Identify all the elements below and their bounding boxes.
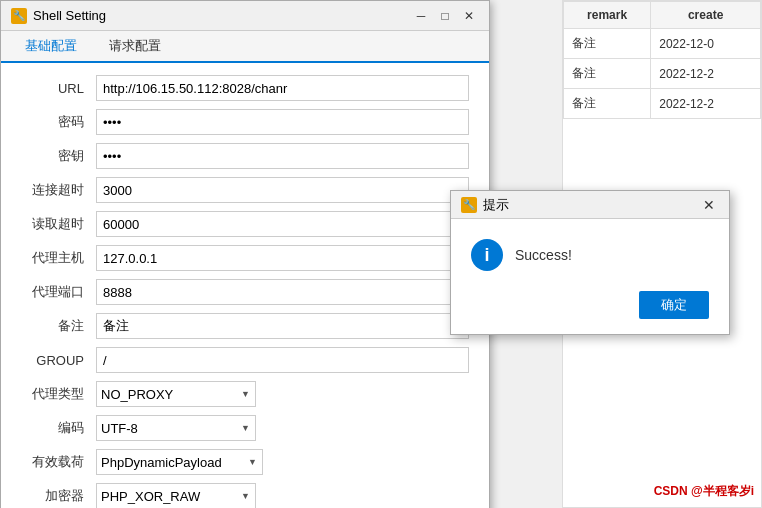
dialog-close-button[interactable]: ✕: [699, 195, 719, 215]
success-message: Success!: [515, 247, 572, 263]
dialog-title: 提示: [483, 196, 509, 214]
confirm-button[interactable]: 确定: [639, 291, 709, 319]
dialog-footer: 确定: [451, 281, 729, 334]
watermark: CSDN @半程客岁i: [654, 483, 754, 500]
success-dialog: 🔧 提示 ✕ i Success! 确定: [450, 190, 730, 335]
dialog-overlay: 🔧 提示 ✕ i Success! 确定: [0, 0, 762, 508]
dialog-title-left: 🔧 提示: [461, 196, 509, 214]
dialog-title-bar: 🔧 提示 ✕: [451, 191, 729, 219]
info-icon: i: [471, 239, 503, 271]
dialog-icon: 🔧: [461, 197, 477, 213]
dialog-body: i Success!: [451, 219, 729, 281]
